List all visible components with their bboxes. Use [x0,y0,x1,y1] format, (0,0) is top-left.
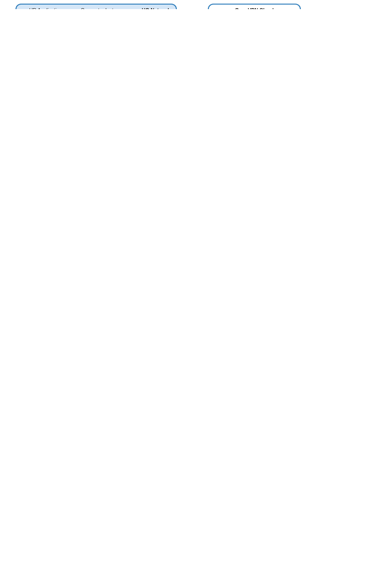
hq-title: HQ Network [142,7,170,9]
hr-title: HR Application Server [23,7,68,9]
conn-title: Connector Instance [73,7,132,9]
connector-node: Connector Instance IP: 10.0.0.10 VPN IP:… [73,7,132,9]
cloud-title: OpenVPN Cloud [209,7,300,9]
openvpn-cloud-box: OpenVPN Cloud 100.96.0.0/11 [208,4,301,9]
hr-server-node: HR Application Server IP: 10.0.0.20 [23,7,68,9]
